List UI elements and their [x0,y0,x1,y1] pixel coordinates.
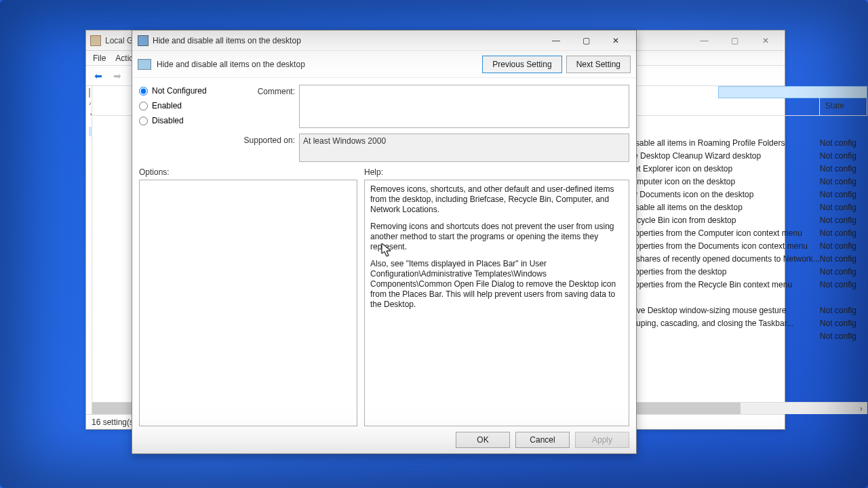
previous-setting-button[interactable]: Previous Setting [482,56,561,73]
apply-button: Apply [575,432,629,448]
list-selection-highlight [718,86,867,98]
help-text: Removes icons, shortcuts, and other defa… [370,184,623,215]
scroll-right-icon[interactable]: › [855,403,867,414]
supported-on-box: At least Windows 2000 [299,134,629,162]
dialog-buttons: OK Cancel Apply [132,426,636,453]
col-state[interactable]: State [820,98,867,115]
close-button[interactable]: ✕ [601,31,631,50]
dialog-title: Hide and disable all items on the deskto… [153,36,541,45]
help-text: Also, see "Items displayed in Places Bar… [370,259,623,310]
help-text: Removing icons and shortcuts does not pr… [370,222,623,252]
next-setting-button[interactable]: Next Setting [566,56,631,73]
radio-disabled[interactable]: Disabled [139,116,227,125]
maximize-button[interactable]: ▢ [571,31,601,50]
status-text: 16 setting(s) [92,418,136,427]
comment-input[interactable] [299,85,629,128]
policy-icon [138,59,151,70]
dialog-header: Hide and disable all items on the deskto… [132,51,636,78]
nav-forward-icon[interactable]: ➡ [109,68,125,84]
policy-setting-dialog: Hide and disable all items on the deskto… [132,30,637,454]
radio-not-configured-input[interactable] [139,87,148,96]
ok-button[interactable]: OK [456,432,510,448]
tree-panel: Local Computer Policy › Computer Configu… [86,86,92,414]
back-minimize-button[interactable]: — [689,31,719,50]
back-maximize-button[interactable]: ▢ [719,31,750,50]
state-radios: Not Configured Enabled Disabled [139,85,227,162]
comment-label: Comment: [234,85,295,96]
radio-disabled-input[interactable] [139,117,148,125]
radio-enabled[interactable]: Enabled [139,101,227,110]
policy-icon [89,88,90,98]
chevron-right-icon: › [89,100,91,107]
minimize-button[interactable]: — [541,31,571,50]
cancel-button[interactable]: Cancel [515,432,570,448]
supported-label: Supported on: [234,134,295,145]
dialog-titlebar[interactable]: Hide and disable all items on the deskto… [132,30,636,51]
nav-back-icon[interactable]: ⬅ [90,68,106,84]
help-box: Removes icons, shortcuts, and other defa… [364,180,629,426]
radio-not-configured[interactable]: Not Configured [139,86,227,96]
dialog-icon [138,35,149,46]
gpedit-icon [90,35,101,46]
options-label: Options: [139,167,357,177]
dialog-header-label: Hide and disable all items on the deskto… [157,60,478,69]
radio-enabled-input[interactable] [139,102,148,110]
options-box [139,180,357,426]
menu-file[interactable]: File [93,54,106,63]
back-close-button[interactable]: ✕ [750,31,781,50]
help-label: Help: [364,167,629,177]
